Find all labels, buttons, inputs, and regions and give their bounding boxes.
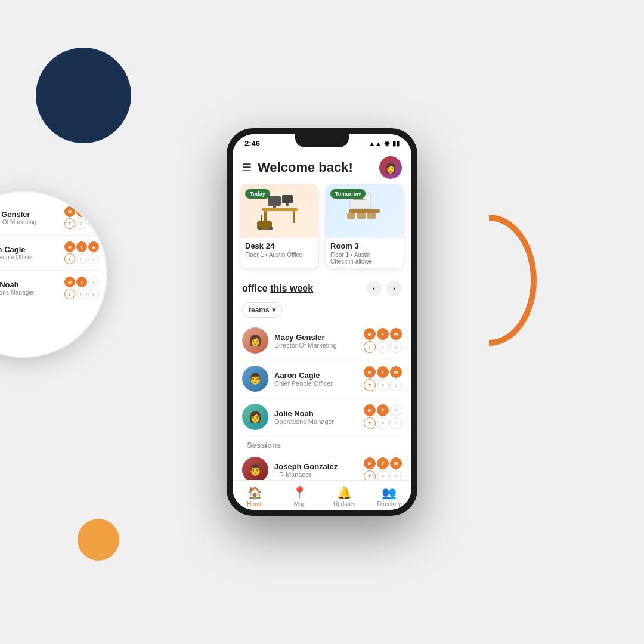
magnify-macy-role: Director Of Marketing	[0, 219, 64, 225]
nav-directory[interactable]: 👥 Directory	[367, 485, 411, 507]
bottom-navigation: 🏠 Home 📍 Map 🔔 Updates 👥 Directory	[233, 480, 411, 510]
page-title: Welcome back!	[258, 160, 353, 175]
signal-icon: ▲▲	[369, 140, 382, 147]
day-W: W	[390, 404, 402, 416]
nav-home[interactable]: 🏠 Home	[233, 485, 277, 507]
status-icons: ▲▲ ◉ ▮▮	[369, 140, 400, 147]
svg-rect-16	[349, 209, 380, 213]
svg-rect-0	[262, 208, 298, 211]
today-badge: Today	[245, 189, 270, 199]
svg-point-10	[269, 227, 273, 230]
jolie-role: Operations Manager	[274, 418, 364, 425]
magnify-aaron-role: Chief People Officer	[0, 254, 64, 261]
macy-name: Macy Gensler	[274, 333, 364, 342]
day-S: S	[390, 470, 402, 480]
tomorrow-booking-card[interactable]: Tomorrow	[325, 184, 404, 269]
office-week-header: office this week ‹ ›	[233, 276, 411, 300]
dark-circle-decoration	[36, 48, 131, 143]
day-T: T	[377, 366, 389, 378]
tomorrow-booking-sub: Floor 1 • AustinCheck in allowe	[330, 252, 399, 265]
magnify-aaron-name: Aaron Cagle	[0, 245, 64, 254]
header-left: ☰ Welcome back!	[242, 160, 353, 175]
day-S: S	[390, 341, 402, 353]
day-T2: T	[364, 379, 376, 391]
phone-notch	[295, 134, 349, 147]
room-card-image: Tomorrow	[326, 184, 404, 238]
app-header: ☰ Welcome back! 👩	[233, 150, 411, 184]
day-W: W	[390, 328, 402, 340]
jolie-name: Jolie Noah	[274, 409, 364, 418]
sessions-divider: Sessions	[237, 437, 407, 452]
battery-icon: ▮▮	[392, 140, 400, 147]
person-row[interactable]: 👩 Jolie Noah Operations Manager M T W T …	[237, 399, 407, 435]
nav-map[interactable]: 📍 Map	[277, 485, 322, 507]
day-F: F	[377, 470, 389, 480]
phone-device: 2:46 ▲▲ ◉ ▮▮ ☰ Welcome back! 👩	[227, 128, 417, 516]
nav-updates[interactable]: 🔔 Updates	[322, 485, 367, 507]
home-icon: 🏠	[247, 485, 262, 500]
svg-rect-13	[347, 213, 355, 219]
today-booking-name: Desk 24	[245, 242, 314, 250]
person-row[interactable]: 👨 Aaron Cagle Chief People Officer M T W…	[237, 361, 407, 397]
today-booking-sub: Floor 1 • Austin Office	[245, 252, 314, 258]
magnify-macy-days: M T W T F S	[64, 206, 99, 229]
svg-rect-2	[293, 211, 295, 223]
joseph-role: HR Manager	[274, 471, 364, 478]
jolie-day-circles: M T W T F S	[364, 404, 402, 429]
app-content: ☰ Welcome back! 👩 Today	[233, 150, 411, 480]
office-week-title: office this week	[242, 283, 313, 294]
today-booking-card[interactable]: Today	[240, 184, 319, 269]
day-T2: T	[364, 470, 376, 480]
desk-card-image: Today	[240, 184, 318, 238]
chevron-down-icon: ▾	[272, 306, 275, 314]
svg-rect-6	[286, 203, 289, 206]
macy-avatar: 👩	[242, 327, 268, 354]
directory-label: Directory	[377, 501, 401, 507]
aaron-role: Chief People Officer	[274, 380, 364, 387]
magnify-macy-row: 👩 Macy Gensler Director Of Marketing M T…	[0, 200, 99, 236]
this-week-underline: this week	[270, 283, 313, 293]
menu-icon[interactable]: ☰	[242, 161, 252, 174]
day-T: T	[377, 328, 389, 340]
day-S: S	[390, 379, 402, 391]
macy-role: Director Of Marketing	[274, 342, 364, 349]
phone-screen: 2:46 ▲▲ ◉ ▮▮ ☰ Welcome back! 👩	[233, 134, 411, 510]
magnify-jolie-name: Jolie Noah	[0, 280, 64, 289]
svg-rect-5	[282, 195, 293, 203]
day-M: M	[364, 404, 376, 416]
magnify-jolie-row: 👩 Jolie Noah Operations Manager M T W T …	[0, 271, 99, 305]
teams-filter-label: teams	[249, 306, 270, 314]
aaron-name: Aaron Cagle	[274, 371, 364, 380]
person-row[interactable]: 👩 Macy Gensler Director Of Marketing M T…	[237, 323, 407, 358]
orange-circle-decoration	[78, 519, 119, 561]
map-label: Map	[294, 501, 305, 507]
joseph-avatar: 👨	[242, 457, 268, 480]
people-list: 👩 Macy Gensler Director Of Marketing M T…	[233, 323, 411, 480]
next-week-arrow[interactable]: ›	[386, 281, 402, 296]
magnify-jolie-info: Jolie Noah Operations Manager	[0, 280, 64, 296]
aaron-day-circles: M T W T F S	[364, 366, 402, 391]
day-T2: T	[364, 341, 376, 353]
status-time: 2:46	[244, 139, 260, 148]
user-avatar[interactable]: 👩	[379, 156, 402, 179]
orange-arc-decoration	[441, 215, 537, 346]
aaron-info: Aaron Cagle Chief People Officer	[274, 371, 364, 387]
svg-rect-8	[261, 215, 262, 222]
magnify-macy-name: Macy Gensler	[0, 210, 64, 219]
magnify-aaron-days: M T W T F S	[64, 242, 99, 264]
map-icon: 📍	[292, 485, 307, 500]
updates-label: Updates	[333, 501, 355, 507]
prev-week-arrow[interactable]: ‹	[366, 281, 382, 296]
day-W: W	[390, 457, 402, 469]
macy-day-circles: M T W T F S	[364, 328, 402, 353]
svg-point-9	[258, 227, 262, 230]
joseph-day-circles: M T W T F S	[364, 457, 402, 480]
day-S: S	[390, 417, 402, 429]
updates-icon: 🔔	[337, 485, 352, 500]
joseph-name: Joseph Gonzalez	[274, 462, 364, 471]
magnify-aaron-info: Aaron Cagle Chief People Officer	[0, 245, 64, 261]
teams-filter-button[interactable]: teams ▾	[242, 302, 282, 318]
macy-info: Macy Gensler Director Of Marketing	[274, 333, 364, 349]
svg-rect-15	[367, 213, 376, 219]
person-row[interactable]: 👨 Joseph Gonzalez HR Manager M T W T F S	[237, 452, 407, 480]
